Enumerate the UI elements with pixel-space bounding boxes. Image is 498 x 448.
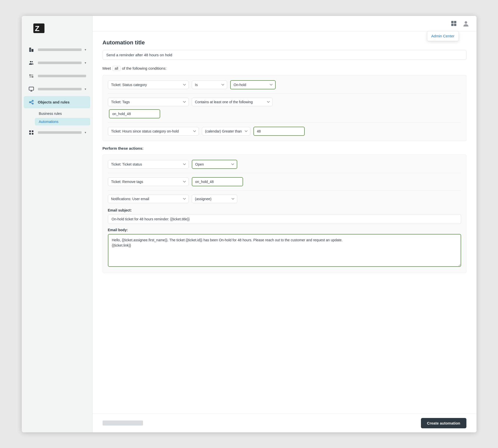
sidebar-item-objects-rules[interactable]: Objects and rules xyxy=(24,96,90,108)
create-automation-button[interactable]: Create automation xyxy=(421,418,466,428)
sidebar-subitem-automations[interactable]: Automations xyxy=(35,118,90,125)
condition-3-operator[interactable]: (calendar) Greater than xyxy=(202,127,250,136)
apps-icon xyxy=(28,129,35,136)
sidebar-item-workspaces[interactable]: ▾ xyxy=(24,83,90,95)
condition-2-field[interactable]: Ticket: Tags xyxy=(108,98,189,106)
action-3-field[interactable]: Notifications: User email xyxy=(108,195,189,203)
action-row-2: Ticket: Remove tags xyxy=(108,177,461,186)
svg-point-8 xyxy=(32,61,33,62)
condition-row-3: Ticket: Hours since status category on-h… xyxy=(108,127,461,136)
admin-center-link[interactable]: Admin Center xyxy=(431,34,455,38)
svg-point-12 xyxy=(32,103,33,104)
actions-header: Perform these actions: xyxy=(103,146,466,150)
chevron-down-icon: ▾ xyxy=(85,48,86,51)
sidebar-submenu: Business rules Automations xyxy=(24,110,90,125)
sidebar-subitem-business-rules[interactable]: Business rules xyxy=(35,110,90,117)
condition-2-value[interactable] xyxy=(109,109,160,118)
conditions-block: Ticket: Status category Is On-hold Ticke… xyxy=(103,75,466,141)
condition-2-operator[interactable]: Contains at least one of the following xyxy=(192,98,273,106)
chevron-down-icon: ▾ xyxy=(85,131,86,134)
objects-rules-icon xyxy=(28,99,35,106)
action-2-field[interactable]: Ticket: Remove tags xyxy=(108,177,189,186)
email-subject-input[interactable] xyxy=(108,214,461,224)
svg-rect-6 xyxy=(30,50,30,51)
sidebar-item-channels[interactable] xyxy=(24,70,90,82)
condition-1-value[interactable]: On-hold xyxy=(230,80,276,89)
condition-3-field[interactable]: Ticket: Hours since status category on-h… xyxy=(108,127,199,136)
bottom-bar: Create automation xyxy=(92,414,477,432)
action-2-value[interactable] xyxy=(192,177,243,186)
svg-rect-15 xyxy=(29,133,31,134)
sidebar-item-people[interactable]: ▾ xyxy=(24,57,90,69)
email-body-label: Email body: xyxy=(108,228,461,232)
svg-point-7 xyxy=(30,61,31,62)
svg-rect-3 xyxy=(31,49,33,52)
nav-label-bar xyxy=(38,62,82,64)
svg-text:Z: Z xyxy=(35,24,39,33)
svg-rect-9 xyxy=(29,87,33,90)
condition-1-operator[interactable]: Is xyxy=(192,81,227,89)
email-section: Email subject: Email body: Hello, {{tick… xyxy=(108,208,461,268)
nav-label-bar xyxy=(38,131,82,134)
svg-rect-13 xyxy=(29,130,31,132)
sidebar: Z ▾ ▾ xyxy=(22,16,92,432)
people-icon xyxy=(28,59,35,66)
email-subject-label: Email subject: xyxy=(108,208,461,212)
svg-point-10 xyxy=(29,101,31,103)
chevron-down-icon: ▾ xyxy=(85,87,86,91)
top-bar-wrapper: Admin Center xyxy=(92,16,477,31)
svg-rect-16 xyxy=(32,133,33,134)
chevron-down-icon: ▾ xyxy=(85,61,86,65)
action-1-field[interactable]: Ticket: Ticket status xyxy=(108,160,189,169)
grid-apps-icon[interactable] xyxy=(449,19,458,28)
logo: Z xyxy=(22,16,92,42)
condition-1-field[interactable]: Ticket: Status category xyxy=(108,81,189,89)
svg-rect-5 xyxy=(30,49,30,50)
action-3-value[interactable]: (assignee) xyxy=(192,195,237,203)
conditions-header: Meet all of the following conditions: xyxy=(103,66,466,71)
action-row-1: Ticket: Ticket status Open xyxy=(108,160,461,169)
sidebar-item-apps[interactable]: ▾ xyxy=(24,126,90,139)
email-body-textarea[interactable]: Hello, {{ticket.assignee.first_name}}. T… xyxy=(108,234,461,267)
sidebar-item-label: Objects and rules xyxy=(38,100,70,104)
automation-title-heading: Automation title xyxy=(103,39,466,46)
monitor-icon xyxy=(28,86,35,93)
nav-label-bar xyxy=(38,88,82,90)
conditions-prefix: Meet xyxy=(103,66,111,70)
condition-3-value[interactable] xyxy=(253,127,305,136)
conditions-suffix: of the following conditions: xyxy=(122,66,167,70)
sidebar-nav: ▾ ▾ xyxy=(22,44,92,139)
svg-point-11 xyxy=(32,100,33,101)
svg-rect-4 xyxy=(30,48,30,49)
automation-title-input[interactable] xyxy=(103,50,466,60)
content-area: Automation title Meet all of the followi… xyxy=(92,31,477,414)
building-icon xyxy=(28,46,35,53)
admin-center-dropdown: Admin Center xyxy=(427,31,459,41)
nav-label-bar xyxy=(38,75,86,77)
sidebar-item-buildings[interactable]: ▾ xyxy=(24,44,90,56)
user-profile-icon[interactable] xyxy=(461,19,470,28)
condition-row-1: Ticket: Status category Is On-hold xyxy=(108,80,461,89)
top-bar xyxy=(92,16,477,31)
svg-point-17 xyxy=(465,21,467,24)
nav-label-bar xyxy=(38,48,82,51)
svg-rect-14 xyxy=(32,130,33,132)
action-row-3: Notifications: User email (assignee) xyxy=(108,195,461,203)
all-badge: all xyxy=(112,66,121,71)
arrows-icon xyxy=(28,72,35,80)
bottom-left-placeholder xyxy=(103,420,143,426)
actions-block: Ticket: Ticket status Open Ticket: Remov… xyxy=(103,154,466,273)
condition-row-2: Ticket: Tags Contains at least one of th… xyxy=(108,98,461,118)
action-1-value[interactable]: Open xyxy=(192,160,237,169)
main-content: Admin Center Automation title Meet all o… xyxy=(92,16,477,432)
